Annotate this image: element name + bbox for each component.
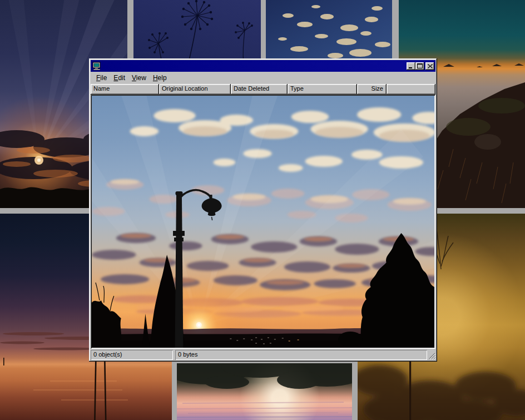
file-list-area[interactable]: [91, 95, 435, 349]
recycle-bin-window: File Edit View Help Name Original Locati…: [89, 58, 437, 362]
column-header-original-location[interactable]: Original Location: [159, 84, 231, 95]
column-header-row: Name Original Location Date Deleted Type…: [91, 84, 435, 95]
minimize-button[interactable]: [407, 62, 415, 70]
column-header-type[interactable]: Type: [288, 84, 357, 95]
column-header-size[interactable]: Size: [357, 84, 387, 95]
status-bytes: 0 bytes: [175, 350, 427, 360]
sunset-photo: [92, 96, 434, 348]
close-button[interactable]: [425, 62, 434, 70]
wallpaper-photo-water-reflection: [177, 363, 352, 420]
resize-grip[interactable]: [428, 352, 435, 359]
close-icon: [428, 64, 433, 68]
minimize-icon: [408, 63, 414, 68]
menu-edit[interactable]: Edit: [110, 73, 128, 83]
status-bar: 0 object(s) 0 bytes: [91, 350, 435, 360]
menu-view[interactable]: View: [128, 73, 150, 83]
caption-buttons: [407, 62, 434, 70]
menu-file[interactable]: File: [93, 73, 110, 83]
desktop[interactable]: File Edit View Help Name Original Locati…: [0, 0, 525, 420]
status-objects: 0 object(s): [91, 350, 173, 360]
column-header-date-deleted[interactable]: Date Deleted: [231, 84, 288, 95]
column-header-name[interactable]: Name: [91, 84, 159, 95]
maximize-icon: [417, 63, 423, 68]
computer-icon: [92, 62, 101, 71]
maximize-button[interactable]: [415, 62, 424, 70]
column-header-filler: [387, 84, 435, 95]
menu-help[interactable]: Help: [150, 73, 170, 83]
window-titlebar[interactable]: [91, 60, 435, 72]
menu-bar: File Edit View Help: [91, 72, 435, 84]
reflection-art: [177, 363, 352, 420]
